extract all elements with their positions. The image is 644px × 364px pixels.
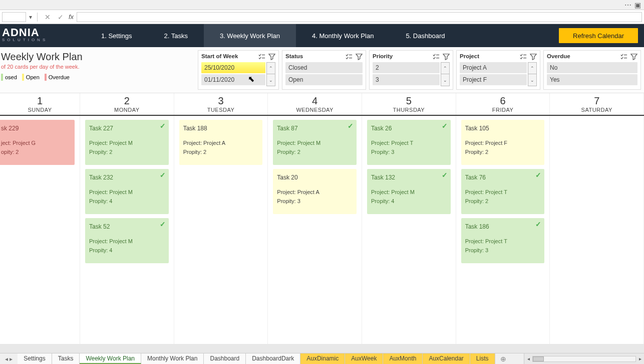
spin-up-button[interactable]: ⌃ [441,62,450,75]
card-project: Project: Project A [183,140,259,146]
sheet-tab-auxcalendar[interactable]: AuxCalendar [423,353,470,364]
board: sk 229ject: Project Gopity: 2✓Task 227Pr… [0,116,644,344]
day-head-thursday: 5THURSDAY [362,93,456,115]
card-title: Task 26 [371,125,447,132]
filter-project-label: Project [460,53,479,59]
task-card[interactable]: Task 20Project: Project APropity: 3 [273,169,357,214]
filter-row: Weekly Work Plan of 20 cards per day of … [0,47,644,93]
tab-nav-controls[interactable]: ◂ ▸ [0,353,18,364]
nav-dashboard[interactable]: 5. Dashboard [390,24,461,47]
card-title: Task 227 [89,125,165,132]
sheet-tab-settings[interactable]: Settings [18,353,52,364]
sheet-tab-auxmonth[interactable]: AuxMonth [383,353,423,364]
check-icon: ✓ [160,122,166,130]
spin-up-button[interactable]: ⌃ [528,62,537,75]
scroll-thumb[interactable] [533,356,544,361]
sheet-tab-dashboarddark[interactable]: DashboardDark [246,353,300,364]
filter-priority-item-0[interactable]: 2 [373,62,440,73]
day-column-tue: Task 188Project: Project APropity: 2 [174,116,268,344]
task-card[interactable]: ✓Task 26Project: Project TPropity: 3 [367,120,451,165]
filter-overdue-item-0[interactable]: No [547,62,637,73]
day-column-fri: Task 105Project: Project FPropity: 2✓Tas… [456,116,550,344]
nav-weekly[interactable]: 3. Weekly Work Plan [204,24,296,47]
task-card[interactable]: ✓Task 52Project: Project MPropity: 4 [85,218,169,263]
task-card[interactable]: ✓Task 132Project: Project MPropity: 4 [367,169,451,214]
filter-icon[interactable] [530,53,537,60]
filter-overdue-item-1[interactable]: Yes [547,74,637,85]
filter-status-item-0[interactable]: Closed [285,62,363,73]
card-title: sk 229 [1,125,71,132]
sheet-tab-lists[interactable]: Lists [470,353,495,364]
sheet-tab-dashboard[interactable]: Dashboard [204,353,246,364]
add-sheet-button[interactable]: ⊕ [495,353,511,364]
filter-project-item-1[interactable]: Project F [460,74,527,85]
filter-icon[interactable] [268,53,275,60]
refresh-calendar-button[interactable]: Refresh Calendar [559,28,638,43]
filter-priority-item-1[interactable]: 3 [373,74,440,85]
filter-start-item-0[interactable]: 25/10/2020 [201,62,265,73]
sheet-tab-weekly-work-plan[interactable]: Weekly Work Plan [80,353,141,364]
name-box[interactable] [2,12,26,22]
page-title: Weekly Work Plan [1,51,197,63]
multiselect-icon[interactable] [258,53,265,60]
maximize-icon[interactable]: ▣ [634,1,641,9]
filter-status-item-1[interactable]: Open [285,74,363,85]
sheet-tab-tasks[interactable]: Tasks [52,353,80,364]
sheet-tab-monthly-work-plan[interactable]: Monthly Work Plan [141,353,204,364]
scroll-right-icon[interactable]: ▸ [636,356,644,361]
card-priority: Propity: 2 [183,149,259,155]
card-priority: Propity: 3 [277,198,353,204]
task-card[interactable]: ✓Task 232Project: Project MPropity: 4 [85,169,169,214]
filter-icon[interactable] [630,53,637,60]
sheet-tab-auxweek[interactable]: AuxWeek [345,353,383,364]
filter-icon[interactable] [356,53,363,60]
spin-up-button[interactable]: ⌃ [266,62,275,75]
card-priority: Propity: 3 [465,247,541,253]
task-card[interactable]: sk 229ject: Project Gopity: 2 [0,120,75,165]
day-head-wednesday: 4WEDNESDAY [268,93,362,115]
task-card[interactable]: Task 188Project: Project APropity: 2 [179,120,263,165]
formula-input[interactable] [77,12,642,22]
day-number: 3 [174,95,268,107]
task-card[interactable]: ✓Task 186Project: Project TPropity: 3 [461,218,545,263]
filter-project-item-0[interactable]: Project A [460,62,527,73]
card-project: ject: Project G [1,140,71,146]
task-card[interactable]: ✓Task 227Project: Project MPropity: 2 [85,120,169,165]
filter-start-item-1[interactable]: 01/11/2020 [201,74,265,85]
multiselect-icon[interactable] [520,53,527,60]
day-head-tuesday: 3TUESDAY [174,93,268,115]
scroll-track[interactable] [532,356,636,362]
nav-tasks[interactable]: 2. Tasks [148,24,203,47]
card-priority: Propity: 2 [277,149,353,155]
legend-closed: osed [1,74,17,81]
task-card[interactable]: Task 105Project: Project FPropity: 2 [461,120,545,165]
nav-monthly[interactable]: 4. Monthly Work Plan [296,24,390,47]
task-card[interactable]: ✓Task 76Project: Project TPropity: 2 [461,169,545,214]
card-priority: Propity: 4 [371,198,447,204]
horizontal-scrollbar[interactable]: ◂ ▸ [524,353,644,364]
card-priority: Propity: 3 [371,149,447,155]
filter-status-label: Status [285,53,303,59]
fx-icon[interactable]: fx [69,13,74,21]
more-icon[interactable]: ⋯ [624,1,631,9]
filter-icon[interactable] [443,53,450,60]
multiselect-icon[interactable] [433,53,440,60]
spin-down-button[interactable]: ⌄ [528,74,537,86]
cancel-icon[interactable]: ✕ [43,13,53,21]
sheet-tabs: ◂ ▸ SettingsTasksWeekly Work PlanMonthly… [0,353,644,364]
sheet-tab-auxdinamic[interactable]: AuxDinamic [300,353,345,364]
namebox-dropdown-icon[interactable]: ▾ [29,14,32,21]
spin-down-button[interactable]: ⌄ [266,74,275,86]
scroll-left-icon[interactable]: ◂ [524,356,532,361]
day-name: WEDNESDAY [268,107,362,113]
legend-overdue: Overdue [45,74,70,81]
spin-down-button[interactable]: ⌄ [441,74,450,86]
confirm-icon[interactable]: ✓ [56,13,66,21]
day-number: 1 [0,95,80,107]
task-card[interactable]: ✓Task 87Project: Project MPropity: 2 [273,120,357,165]
day-column-sat [550,116,644,344]
check-icon: ✓ [160,220,166,228]
multiselect-icon[interactable] [346,53,353,60]
multiselect-icon[interactable] [620,53,627,60]
nav-settings[interactable]: 1. Settings [85,24,148,47]
